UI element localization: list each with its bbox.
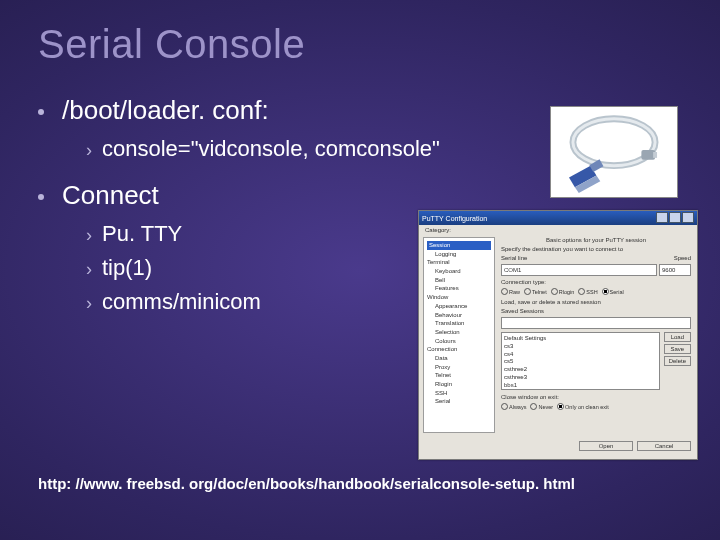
lss-label: Load, save or delete a stored session <box>501 299 691 305</box>
svg-rect-5 <box>653 152 657 158</box>
tree-item[interactable]: Appearance <box>427 302 491 311</box>
tree-item[interactable]: Connection <box>427 345 491 354</box>
sub-2-1-text: Pu. TTY <box>102 221 182 247</box>
delete-button[interactable]: Delete <box>664 356 691 366</box>
sub-2-2-text: tip(1) <box>102 255 152 281</box>
speed-field[interactable]: 9600 <box>659 264 691 276</box>
tree-item[interactable]: Telnet <box>427 371 491 380</box>
serial-field[interactable]: COM1 <box>501 264 657 276</box>
slide: Serial Console /boot/loader. conf: › con… <box>0 0 720 540</box>
session-panel: Basic options for your PuTTY session Spe… <box>499 233 697 437</box>
tree-item[interactable]: Features <box>427 284 491 293</box>
putty-body: Session Logging Terminal Keyboard Bell F… <box>419 233 697 437</box>
ctype-radios: Raw Telnet Rlogin SSH Serial <box>501 288 691 295</box>
putty-titlebar: PuTTY Configuration <box>419 211 697 225</box>
putty-title-text: PuTTY Configuration <box>422 215 487 222</box>
sub-2-3-text: comms/minicom <box>102 289 261 315</box>
svg-rect-4 <box>641 150 655 160</box>
basic-label: Basic options for your PuTTY session <box>501 237 691 243</box>
tree-item[interactable]: Translation <box>427 319 491 328</box>
tree-item[interactable]: Serial <box>427 397 491 406</box>
cancel-button[interactable]: Cancel <box>637 441 691 451</box>
radio-rlogin[interactable]: Rlogin <box>551 288 575 295</box>
tree-item[interactable]: Window <box>427 293 491 302</box>
bullet-1-text: /boot/loader. conf: <box>62 95 269 126</box>
close-label: Close window on exit: <box>501 394 691 400</box>
putty-footer: Open Cancel <box>419 437 697 455</box>
radio-serial[interactable]: Serial <box>602 288 624 295</box>
bullet-dot-icon <box>38 194 44 200</box>
chevron-icon: › <box>86 293 92 314</box>
sessions-list[interactable]: Default Settings cs3 cs4 cs5 csthree2 cs… <box>501 332 660 390</box>
tree-item[interactable]: Colours <box>427 337 491 346</box>
window-controls <box>655 212 694 224</box>
tree-item[interactable]: Keyboard <box>427 267 491 276</box>
radio-always[interactable]: Always <box>501 403 526 410</box>
radio-clean[interactable]: Only on clean exit <box>557 403 609 410</box>
session-name-field[interactable] <box>501 317 691 329</box>
cable-icon <box>551 107 677 197</box>
bullet-dot-icon <box>38 109 44 115</box>
tree-item[interactable]: Behaviour <box>427 311 491 320</box>
speed-label: Speed <box>674 255 691 261</box>
chevron-icon: › <box>86 259 92 280</box>
tree-item[interactable]: Terminal <box>427 258 491 267</box>
dest-label: Specify the destination you want to conn… <box>501 246 691 252</box>
saved-label: Saved Sessions <box>501 308 691 314</box>
tree-session[interactable]: Session <box>427 241 491 250</box>
slide-title: Serial Console <box>38 22 682 67</box>
serial-cable-image <box>550 106 678 198</box>
close-radios: Always Never Only on clean exit <box>501 403 691 410</box>
sub-1-1-text: console="vidconsole, comconsole" <box>102 136 440 162</box>
chevron-icon: › <box>86 140 92 161</box>
bullet-2-text: Connect <box>62 180 159 211</box>
radio-ssh[interactable]: SSH <box>578 288 597 295</box>
chevron-icon: › <box>86 225 92 246</box>
tree-item[interactable]: SSH <box>427 389 491 398</box>
tree-item[interactable]: Rlogin <box>427 380 491 389</box>
save-button[interactable]: Save <box>664 344 691 354</box>
radio-raw[interactable]: Raw <box>501 288 520 295</box>
open-button[interactable]: Open <box>579 441 633 451</box>
ctype-label: Connection type: <box>501 279 691 285</box>
footer-link: http: //www. freebsd. org/doc/en/books/h… <box>38 475 575 492</box>
category-tree[interactable]: Session Logging Terminal Keyboard Bell F… <box>423 237 495 433</box>
tree-item[interactable]: Bell <box>427 276 491 285</box>
tree-item[interactable]: Selection <box>427 328 491 337</box>
radio-telnet[interactable]: Telnet <box>524 288 547 295</box>
load-button[interactable]: Load <box>664 332 691 342</box>
tree-item[interactable]: Data <box>427 354 491 363</box>
radio-never[interactable]: Never <box>530 403 553 410</box>
tree-item[interactable]: Logging <box>427 250 491 259</box>
putty-window: PuTTY Configuration Category: Session Lo… <box>418 210 698 460</box>
serial-label: Serial line <box>501 255 672 261</box>
tree-item[interactable]: Proxy <box>427 363 491 372</box>
